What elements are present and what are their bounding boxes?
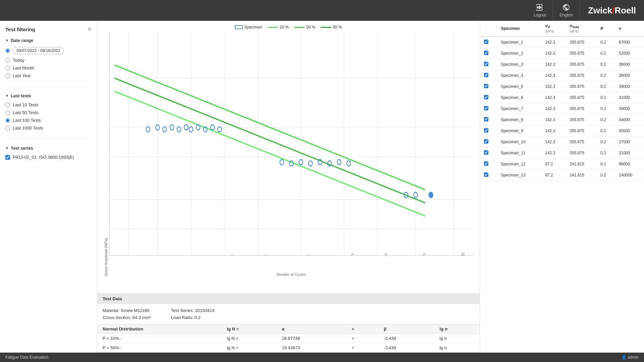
specimen-R: 0.2 [596, 137, 615, 148]
chevron-down-icon-2: ▼ [5, 94, 9, 98]
specimen-check-cell[interactable] [480, 159, 497, 170]
last10-radio-row: Last 10 Tests [5, 102, 92, 107]
today-label: Today [13, 58, 24, 63]
specimen-check-cell[interactable] [480, 48, 497, 59]
specimen-n: 67000 [615, 37, 644, 48]
test-series-value-label: Test Series: 20150414 [171, 308, 214, 313]
specimen-checkbox[interactable] [484, 84, 488, 88]
nd-alpha: 18.67748 [276, 334, 346, 343]
legend-50pct-icon [294, 27, 305, 28]
specimen-check-cell[interactable] [480, 125, 497, 137]
specimen-n: 96000 [615, 159, 644, 170]
col-R: R [596, 21, 615, 37]
specimen-checkbox[interactable] [484, 161, 488, 166]
last-month-label: Last Month [13, 65, 34, 70]
specimen-checkbox[interactable] [484, 95, 488, 99]
logout-label: Logout [534, 13, 546, 17]
specimen-check-cell[interactable] [480, 70, 497, 81]
specimen-sigma-max: 355.875 [566, 137, 596, 148]
last-tests-header[interactable]: ▼ Last tests [5, 93, 92, 98]
specimen-R: 0.2 [596, 148, 615, 159]
specimen-checkbox[interactable] [484, 106, 488, 110]
specimen-check-cell[interactable] [480, 81, 497, 92]
chart-area: Specimen 10 % 50 % 90 % Stress Amplitude… [97, 21, 480, 293]
specimen-name: Specimen_8 [497, 114, 541, 125]
specimen-check-cell[interactable] [480, 114, 497, 125]
svg-text:100.000: 100.000 [223, 253, 234, 255]
specimen-check-cell[interactable] [480, 170, 497, 181]
nd-col-lgN: lg N = [221, 324, 276, 334]
test-series-checkbox-1[interactable] [5, 155, 10, 160]
last-tests-label: Last tests [11, 93, 31, 98]
date-range-input[interactable]: 09/07/2022 - 09/16/2022 [13, 47, 64, 54]
close-icon[interactable]: ✕ [87, 26, 92, 33]
language-button[interactable]: English [553, 1, 580, 20]
specimen-sigma-a: 142.3 [541, 92, 566, 103]
specimen-check-cell[interactable] [480, 37, 497, 48]
specimen-n: 39000 [615, 81, 644, 92]
specimen-R: 0.2 [596, 114, 615, 125]
specimen-check-cell[interactable] [480, 92, 497, 103]
specimen-checkbox[interactable] [484, 139, 488, 144]
specimen-checkbox[interactable] [484, 117, 488, 121]
specimen-name: Specimen_5 [497, 81, 541, 92]
specimen-checkbox[interactable] [484, 62, 488, 66]
load-ratio-label: Load Ratio: 0.2 [171, 315, 214, 320]
last50-radio[interactable] [5, 110, 10, 115]
center-content: Specimen 10 % 50 % 90 % Stress Amplitude… [97, 21, 480, 353]
specimen-name: Specimen_6 [497, 92, 541, 103]
legend-50pct-label: 50 % [306, 25, 315, 30]
nd-row: P = 50% : lg N = 19.43673 + -3.439 lg σ [97, 343, 480, 353]
specimen-R: 0.2 [596, 37, 615, 48]
specimen-R: 0.2 [596, 59, 615, 70]
user-icon: 👤 [622, 355, 627, 360]
normal-dist-table: Normal Distribution lg N = α + β lg σ P … [97, 324, 480, 353]
legend-specimen: Specimen [235, 25, 262, 30]
last1000-radio[interactable] [5, 126, 10, 131]
specimen-checkbox[interactable] [484, 172, 488, 177]
today-radio[interactable] [5, 58, 10, 63]
last10-label: Last 10 Tests [13, 102, 38, 107]
specimen-sigma-a: 142.3 [541, 148, 566, 159]
specimen-sigma-max: 355.875 [566, 92, 596, 103]
test-series-item-1: P913-02_01: ISO 3800:1993(E) [5, 155, 92, 160]
specimen-sigma-max: 355.875 [566, 59, 596, 70]
date-custom-radio[interactable] [5, 48, 10, 53]
specimen-check-cell[interactable] [480, 137, 497, 148]
specimen-sigma-a: 142.3 [541, 48, 566, 59]
specimen-name: Specimen_10 [497, 137, 541, 148]
specimen-sigma-max: 355.875 [566, 81, 596, 92]
date-range-header[interactable]: ▼ Date range [5, 38, 92, 43]
specimen-legend-icon [235, 25, 243, 29]
specimen-check-cell[interactable] [480, 103, 497, 114]
svg-line-32 [114, 91, 425, 216]
last50-label: Last 50 Tests [13, 110, 38, 115]
y-axis-label: Stress Amplitude [MPa] [104, 32, 108, 276]
last10-radio[interactable] [5, 103, 10, 107]
specimen-checkbox[interactable] [484, 128, 488, 133]
specimen-checkbox[interactable] [484, 73, 488, 77]
table-row: Specimen_4 142.3 355.875 0.2 38000 [480, 70, 644, 81]
table-row: Specimen_11 142.3 355.875 0.2 31000 [480, 148, 644, 159]
nd-label: P = 10% : [97, 334, 221, 343]
specimen-sigma-max: 355.875 [566, 37, 596, 48]
specimen-checkbox[interactable] [484, 40, 488, 44]
last100-radio-row: Last 100 Tests [5, 118, 92, 123]
specimen-checkbox[interactable] [484, 150, 488, 155]
last100-label: Last 100 Tests [13, 118, 41, 123]
logout-button[interactable]: Logout [527, 1, 553, 20]
specimen-checkbox[interactable] [484, 51, 488, 55]
specimen-check-cell[interactable] [480, 59, 497, 70]
specimen-name: Specimen_12 [497, 159, 541, 170]
bottombar-left-label: Fatigue Data Evaluation [5, 355, 48, 360]
test-series-header[interactable]: ▼ Test series [5, 146, 92, 151]
specimen-n: 38000 [615, 70, 644, 81]
last-year-radio[interactable] [5, 73, 10, 78]
table-row: Specimen_13 97.2 241.815 0.2 140000 [480, 170, 644, 181]
specimen-check-cell[interactable] [480, 148, 497, 159]
last-month-radio[interactable] [5, 66, 10, 70]
specimen-name: Specimen_7 [497, 103, 541, 114]
last100-radio[interactable] [5, 118, 10, 123]
svg-text:500.000: 500.000 [300, 253, 311, 255]
logo-text: Zwick/Roell [588, 5, 636, 16]
